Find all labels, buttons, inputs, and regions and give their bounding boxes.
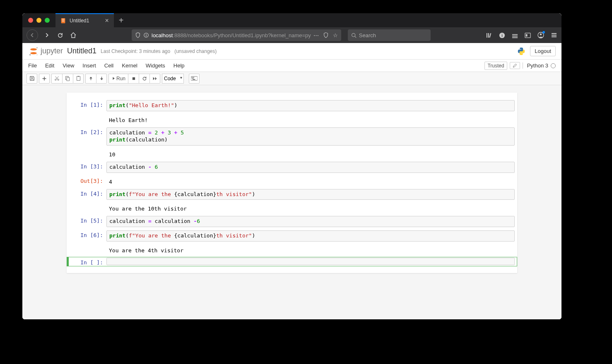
svg-point-30	[523, 54, 523, 54]
reload-button[interactable]	[55, 31, 65, 40]
restart-button[interactable]	[139, 74, 149, 84]
move-up-button[interactable]	[85, 74, 96, 84]
output-row: You are the 10th visitor	[67, 202, 517, 213]
menu-widgets[interactable]: Widgets	[146, 62, 165, 69]
notebook-icon	[60, 18, 66, 24]
cell-type-select[interactable]: Code	[162, 74, 184, 84]
restart-run-all-button[interactable]	[149, 74, 160, 84]
tab-title: Untitled1	[70, 18, 89, 24]
reader-view-icon[interactable]	[525, 32, 531, 38]
code-input[interactable]: print(f"You are the {calculation}th visi…	[106, 230, 515, 242]
code-cell[interactable]: In [3]:calculation - 6	[67, 161, 517, 174]
stdout-output: You are the 10th visitor	[106, 203, 515, 213]
bookmark-star-icon[interactable]: ☆	[333, 32, 338, 38]
account-icon[interactable]	[537, 32, 544, 38]
kernel-indicator[interactable]: Python 3	[523, 62, 556, 69]
menu-file[interactable]: File	[28, 62, 37, 69]
copy-button[interactable]	[62, 74, 73, 84]
menu-icon[interactable]	[551, 32, 557, 38]
library-icon[interactable]	[486, 32, 492, 38]
code-input[interactable]: print("Hello Earth!")	[106, 100, 515, 111]
code-input[interactable]: calculation = calculation -6	[106, 216, 515, 227]
svg-rect-9	[487, 33, 487, 38]
menu-edit[interactable]: Edit	[45, 62, 54, 69]
edit-metadata-button[interactable]	[510, 62, 520, 69]
shield-icon	[135, 32, 141, 38]
toolbar-right-icons: i	[486, 32, 557, 38]
back-button[interactable]	[27, 29, 38, 41]
in-prompt: In [2]:	[69, 127, 106, 146]
svg-point-26	[36, 47, 38, 48]
svg-rect-14	[512, 34, 518, 35]
code-input[interactable]: calculation - 6	[106, 162, 515, 173]
in-prompt: In [6]:	[69, 230, 106, 242]
python-logo-icon	[517, 47, 526, 56]
search-icon	[351, 33, 357, 38]
logout-button[interactable]: Logout	[530, 46, 556, 56]
search-box[interactable]: Search	[348, 29, 431, 41]
svg-rect-41	[193, 77, 194, 78]
add-cell-button[interactable]	[39, 74, 50, 84]
menu-help[interactable]: Help	[173, 62, 185, 69]
svg-rect-40	[193, 77, 193, 78]
svg-rect-42	[192, 78, 193, 79]
menu-cell[interactable]: Cell	[104, 62, 113, 69]
code-input[interactable]	[106, 258, 515, 265]
code-cell[interactable]: In [ ]:	[67, 257, 517, 266]
result-row: Out[3]:4	[67, 175, 517, 187]
help-icon[interactable]: i	[499, 32, 505, 38]
svg-rect-2	[62, 20, 65, 20]
address-bar[interactable]: localhost:8888/notebooks/Python/Untitled…	[132, 29, 341, 41]
paste-button[interactable]	[73, 74, 84, 84]
notebook-name[interactable]: Untitled1	[67, 47, 96, 55]
code-cell[interactable]: In [5]:calculation = calculation -6	[67, 215, 517, 228]
svg-rect-22	[552, 35, 557, 36]
in-prompt: In [3]:	[69, 162, 106, 173]
code-cell[interactable]: In [2]:calculation = 2 + 3 + 5 print(cal…	[67, 127, 517, 146]
browser-window: Untitled1 × + localhost:8888/notebooks/P…	[22, 13, 561, 319]
minimize-window-button[interactable]	[36, 18, 41, 23]
forward-button[interactable]	[42, 31, 51, 40]
cut-button[interactable]	[51, 74, 62, 84]
in-prompt: In [1]:	[69, 100, 106, 111]
sidebar-icon[interactable]	[512, 32, 518, 38]
save-button[interactable]	[27, 74, 37, 84]
trusted-indicator[interactable]: Trusted	[484, 62, 507, 70]
code-cell[interactable]: In [1]:print("Hello Earth!")	[67, 99, 517, 112]
info-icon	[143, 32, 149, 38]
search-placeholder: Search	[359, 32, 376, 38]
menu-insert[interactable]: Insert	[82, 62, 96, 69]
close-tab-icon[interactable]: ×	[105, 17, 108, 24]
code-input[interactable]: print(f"You are the {calculation}th visi…	[106, 189, 515, 200]
close-window-button[interactable]	[28, 18, 33, 23]
svg-point-5	[146, 34, 147, 35]
svg-point-27	[29, 54, 31, 55]
kernel-status-icon	[551, 63, 556, 68]
code-cell[interactable]: In [4]:print(f"You are the {calculation}…	[67, 188, 517, 201]
menu-view[interactable]: View	[63, 62, 74, 69]
svg-rect-39	[192, 77, 193, 78]
svg-point-28	[36, 54, 37, 55]
in-prompt: In [ ]:	[69, 258, 106, 266]
move-down-button[interactable]	[96, 74, 107, 84]
svg-rect-16	[512, 37, 518, 38]
code-cell[interactable]: In [6]:print(f"You are the {calculation}…	[67, 230, 517, 242]
interrupt-button[interactable]	[128, 74, 139, 84]
home-button[interactable]	[69, 31, 78, 40]
maximize-window-button[interactable]	[45, 18, 50, 23]
reader-icon[interactable]	[323, 32, 329, 38]
stdout-output: 10	[106, 149, 515, 158]
code-input[interactable]: calculation = 2 + 3 + 5 print(calculatio…	[106, 127, 515, 146]
menu-kernel[interactable]: Kernel	[122, 62, 137, 69]
execute-result: 4	[106, 176, 515, 186]
notebook-container: In [1]:print("Hello Earth!")Hello Earth!…	[22, 85, 561, 319]
run-button[interactable]: Run	[108, 74, 128, 84]
browser-tab[interactable]: Untitled1 ×	[55, 13, 114, 27]
ellipsis-icon[interactable]: ⋯	[313, 32, 319, 38]
svg-rect-23	[552, 36, 557, 37]
svg-rect-35	[77, 77, 80, 81]
command-palette-button[interactable]	[189, 74, 200, 84]
jupyter-logo[interactable]: jupyter	[28, 46, 63, 57]
new-tab-button[interactable]: +	[114, 16, 129, 25]
svg-point-29	[520, 48, 520, 48]
